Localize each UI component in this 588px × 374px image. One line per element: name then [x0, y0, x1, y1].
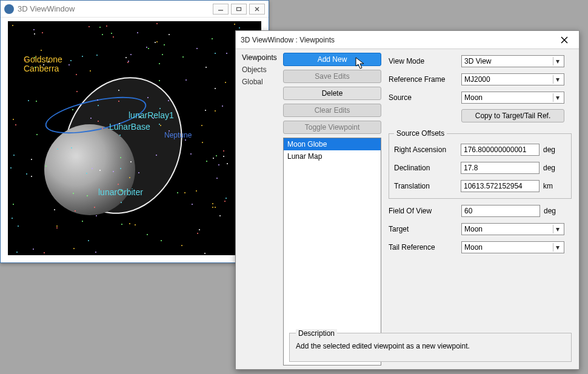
star [224, 201, 226, 202]
star [76, 74, 77, 75]
star [98, 105, 99, 106]
chevron-down-icon: ▾ [553, 75, 561, 84]
star [190, 153, 192, 155]
star [18, 225, 19, 227]
field-of-view-input[interactable] [461, 205, 540, 217]
tail-reference-label: Tail Reference [389, 243, 461, 252]
reference-frame-combo[interactable]: MJ2000▾ [461, 73, 564, 85]
right-ascension-input[interactable] [461, 144, 540, 156]
star [138, 172, 139, 173]
star [25, 59, 26, 61]
close-button[interactable] [249, 4, 265, 15]
star [118, 90, 119, 91]
star [121, 224, 122, 225]
tail-reference-combo[interactable]: Moon▾ [461, 241, 564, 253]
maximize-button[interactable] [231, 4, 247, 15]
star [15, 124, 16, 125]
star [139, 116, 141, 118]
star [13, 119, 14, 120]
star [33, 249, 34, 250]
star [96, 215, 97, 216]
star [234, 24, 235, 25]
star [164, 44, 165, 45]
star [99, 170, 101, 171]
star [213, 158, 214, 159]
star [125, 57, 127, 58]
translation-input[interactable] [461, 180, 540, 192]
tab-global[interactable]: Global [239, 76, 283, 88]
view-mode-label: View Mode [389, 57, 461, 65]
star [76, 91, 78, 92]
toggle-viewpoint-button[interactable]: Toggle Viewpoint [283, 121, 381, 134]
tab-objects[interactable]: Objects [239, 64, 283, 76]
view-mode-combo[interactable]: 3D View▾ [461, 55, 564, 67]
star [129, 223, 130, 224]
star [223, 150, 224, 152]
star [57, 149, 58, 150]
source-combo[interactable]: Moon▾ [461, 92, 564, 104]
viewpoints-dialog: 3D ViewWindow : Viewpoints Viewpoints Ob… [235, 30, 580, 370]
star [196, 190, 197, 192]
target-combo[interactable]: Moon▾ [461, 223, 564, 235]
star [82, 56, 83, 57]
list-item[interactable]: Moon Globe [284, 138, 381, 150]
star [36, 134, 38, 135]
star [106, 25, 107, 27]
dialog-close-button[interactable] [555, 33, 574, 47]
star [82, 221, 83, 222]
minimize-button[interactable] [213, 4, 229, 15]
star [239, 27, 240, 28]
star [137, 32, 138, 33]
app-icon [4, 4, 14, 14]
chevron-down-icon: ▾ [553, 57, 561, 65]
star [181, 245, 182, 246]
list-item[interactable]: Lunar Map [284, 150, 381, 162]
star [75, 210, 76, 212]
star [212, 203, 213, 204]
star [98, 121, 99, 122]
sidebar-tabs: Viewpoints Objects Global [236, 49, 283, 369]
star [197, 233, 198, 234]
star [177, 192, 178, 193]
star [202, 142, 203, 143]
3d-viewport[interactable]: Goldstone Canberra lunarRelay1 LunarBase… [8, 21, 261, 255]
star [227, 163, 228, 164]
clear-edits-button[interactable]: Clear Edits [283, 104, 381, 117]
star [218, 164, 219, 165]
star [222, 105, 223, 107]
star [90, 70, 91, 72]
copy-target-button[interactable]: Copy to Target/Tail Ref. [461, 109, 564, 122]
star [135, 224, 136, 225]
dialog-titlebar: 3D ViewWindow : Viewpoints [236, 31, 579, 49]
delete-button[interactable]: Delete [283, 87, 381, 100]
star [42, 32, 43, 33]
unit-label: deg [544, 207, 561, 215]
add-new-button[interactable]: Add New [283, 53, 381, 66]
right-ascension-label: Right Ascension [394, 145, 461, 154]
label-goldstone: Goldstone [24, 55, 62, 64]
description-legend: Description [296, 329, 337, 338]
unit-label: deg [543, 145, 560, 154]
save-edits-button[interactable]: Save Edits [283, 70, 381, 83]
svg-rect-1 [237, 7, 241, 10]
star [169, 34, 170, 35]
declination-input[interactable] [461, 162, 540, 174]
star [56, 225, 58, 227]
star [56, 227, 58, 229]
star [223, 156, 224, 157]
star [28, 100, 29, 101]
star [12, 218, 13, 219]
label-canberra: Canberra [24, 64, 59, 73]
declination-label: Declination [394, 164, 461, 172]
unit-label: deg [543, 164, 560, 172]
description-box: Description Add the selected edited view… [289, 333, 572, 362]
unit-label: km [543, 182, 560, 190]
tab-viewpoints[interactable]: Viewpoints [239, 52, 283, 64]
star [71, 147, 72, 149]
chevron-down-icon: ▾ [553, 225, 561, 233]
star [212, 38, 213, 39]
star [12, 25, 13, 26]
star [119, 135, 121, 136]
label-neptune: Neptune [164, 131, 192, 139]
star [205, 110, 206, 111]
